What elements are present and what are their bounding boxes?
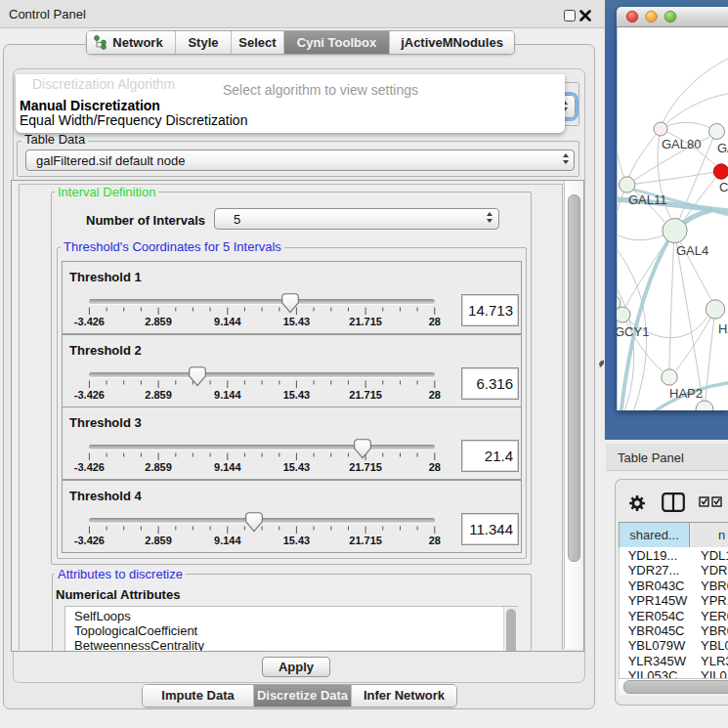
svg-text:GAL4: GAL4 bbox=[676, 243, 708, 258]
svg-text:HA: HA bbox=[718, 321, 728, 336]
svg-text:CD: CD bbox=[719, 180, 728, 194]
svg-text:HAP2: HAP2 bbox=[669, 386, 703, 401]
svg-text:GAL11: GAL11 bbox=[628, 193, 667, 207]
svg-text:GAL: GAL bbox=[717, 141, 728, 155]
svg-text:GAL80: GAL80 bbox=[662, 137, 701, 151]
svg-text:GCY1: GCY1 bbox=[617, 324, 649, 339]
